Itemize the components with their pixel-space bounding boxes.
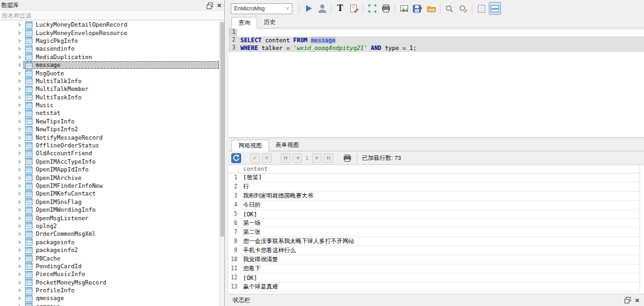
grid-corner-cell[interactable] — [229, 165, 239, 173]
tree-item[interactable]: message — [0, 61, 219, 69]
chevron-right-icon[interactable] — [18, 192, 23, 195]
tree-item[interactable]: OpenMsgListener — [0, 214, 219, 222]
new-page-button[interactable] — [475, 2, 487, 15]
chevron-right-icon[interactable] — [18, 241, 23, 244]
chevron-right-icon[interactable] — [18, 281, 23, 284]
tree-item[interactable]: packageinfo — [0, 238, 219, 246]
chevron-right-icon[interactable] — [18, 112, 23, 114]
chevron-right-icon[interactable] — [18, 56, 23, 58]
format-sql-button[interactable]: T — [334, 2, 346, 15]
tree-scrollbar-thumb[interactable] — [220, 22, 224, 236]
chevron-right-icon[interactable] — [18, 265, 23, 268]
chevron-right-icon[interactable] — [18, 209, 23, 211]
explain-query-button[interactable] — [316, 2, 328, 15]
float-statusbar-button[interactable] — [623, 296, 632, 305]
tree-item[interactable]: OpenIMAccTypeInfo — [0, 158, 219, 166]
tree-item[interactable]: NotifyMessageRecord — [0, 133, 219, 141]
tab-query[interactable]: 查询 — [231, 17, 257, 29]
tree-item[interactable]: PBCache — [0, 254, 219, 262]
chevron-right-icon[interactable] — [18, 120, 23, 123]
tree-item[interactable]: MediaDuplication — [0, 53, 219, 61]
chevron-right-icon[interactable] — [18, 136, 23, 139]
float-panel-button[interactable] — [205, 1, 214, 10]
tree-item[interactable]: massendinfo — [0, 45, 219, 53]
tree-item[interactable]: oplog2 — [0, 222, 219, 230]
tree-item[interactable]: OpenIMWordingInfo — [0, 206, 219, 214]
execute-query-button[interactable] — [302, 2, 315, 15]
tree-item[interactable]: PocketMoneyMsgRecord — [0, 279, 219, 287]
edit-sql-button[interactable] — [348, 2, 360, 15]
print-results-button[interactable] — [342, 153, 352, 163]
close-panel-button[interactable]: × — [214, 1, 224, 10]
tree-item[interactable]: OpenIMFinderInfoNew — [0, 182, 219, 190]
tree-item[interactable]: OldAccountFriend — [0, 149, 219, 157]
row-content-cell[interactable]: [憨笑] — [239, 173, 640, 183]
first-page-button[interactable] — [281, 153, 290, 163]
row-content-cell[interactable]: 我觉得很清楚 — [239, 255, 640, 264]
tree-item[interactable]: netstat — [0, 109, 219, 117]
chevron-right-icon[interactable] — [18, 217, 23, 220]
chevron-right-icon[interactable] — [18, 40, 23, 42]
tree-item[interactable]: NewTipsInfo2 — [0, 125, 219, 133]
chevron-right-icon[interactable] — [18, 88, 23, 90]
tree-item[interactable]: qqgroup — [0, 303, 219, 306]
row-content-cell[interactable]: 今日的 — [239, 201, 640, 210]
chevron-right-icon[interactable] — [18, 160, 23, 163]
row-content-cell[interactable]: 手机卡您看这样行么 — [239, 246, 640, 255]
find-replace-button[interactable] — [457, 2, 469, 15]
sql-editor[interactable]: 1 2 SELECT content FROM message 3 WHERE … — [229, 29, 644, 137]
tree-item[interactable]: OpenIMAppIdInfo — [0, 166, 219, 173]
tree-item[interactable]: MsgQuote — [0, 69, 219, 77]
tree-item[interactable]: OfflineOrderStatus — [0, 142, 219, 149]
tree-item[interactable]: OpenIMSnsFlag — [0, 198, 219, 206]
chevron-right-icon[interactable] — [18, 23, 23, 26]
tab-history[interactable]: 历史 — [257, 17, 282, 28]
chevron-right-icon[interactable] — [18, 201, 23, 203]
chevron-right-icon[interactable] — [18, 273, 23, 275]
tree-item[interactable]: Music — [0, 101, 219, 109]
next-page-button[interactable] — [312, 153, 322, 163]
save-button[interactable]: ▾ — [411, 2, 424, 15]
row-content-cell[interactable]: [OK] — [239, 210, 640, 219]
tree-item[interactable]: MultiTalkMember — [0, 85, 219, 93]
chevron-right-icon[interactable] — [18, 80, 23, 83]
tree-item[interactable]: OpenIMArchive — [0, 173, 219, 181]
prev-page-button[interactable] — [292, 153, 302, 163]
chevron-right-icon[interactable] — [18, 64, 23, 66]
row-content-cell[interactable]: 我刚到家明就德国晚赛大爷 — [239, 192, 640, 201]
chevron-right-icon[interactable] — [18, 32, 23, 34]
chevron-right-icon[interactable] — [18, 177, 23, 179]
chevron-right-icon[interactable] — [18, 152, 23, 155]
tree-scrollbar[interactable] — [219, 21, 224, 306]
tree-item[interactable]: ProfileInfo — [0, 287, 219, 294]
tree-item[interactable]: MagicPkgInfo — [0, 37, 219, 45]
tree-item[interactable]: MultiTaskInfo — [0, 94, 219, 101]
chevron-right-icon[interactable] — [18, 128, 23, 131]
tree-item[interactable]: LuckyMoneyEnvelopeResource — [0, 29, 219, 36]
tree-item[interactable]: OpenIMKefuContact — [0, 190, 219, 198]
tree-item[interactable]: qmessage — [0, 294, 219, 302]
row-content-cell[interactable]: 您一会没事联系我太晚下球人多打不开网站 — [239, 237, 640, 246]
database-combobox[interactable]: EnMicroMsg ∨ — [231, 3, 292, 14]
chevron-right-icon[interactable] — [18, 233, 23, 235]
fit-columns-button[interactable] — [366, 2, 378, 15]
print-button[interactable] — [380, 2, 392, 15]
chevron-right-icon[interactable] — [18, 168, 23, 171]
find-button[interactable] — [443, 2, 456, 15]
tab-form-view[interactable]: 表单视图 — [269, 140, 305, 151]
chevron-right-icon[interactable] — [18, 257, 23, 260]
split-view-toggle[interactable] — [489, 2, 501, 15]
row-content-cell[interactable]: 第一场 — [239, 219, 640, 228]
tree-item[interactable]: packageinfo2 — [0, 246, 219, 254]
tree-item[interactable]: PendingCardId — [0, 262, 219, 270]
chevron-right-icon[interactable] — [18, 249, 23, 251]
chevron-right-icon[interactable] — [18, 185, 23, 187]
column-header-content[interactable]: content — [239, 165, 640, 173]
export-image-button[interactable] — [398, 2, 410, 15]
rollback-button[interactable]: × — [262, 153, 272, 163]
row-content-cell[interactable]: 您看下 — [239, 264, 640, 274]
chevron-right-icon[interactable] — [18, 297, 23, 300]
chevron-right-icon[interactable] — [18, 96, 23, 99]
chevron-right-icon[interactable] — [18, 47, 23, 50]
tab-grid-view[interactable]: 网格视图 — [231, 140, 269, 151]
